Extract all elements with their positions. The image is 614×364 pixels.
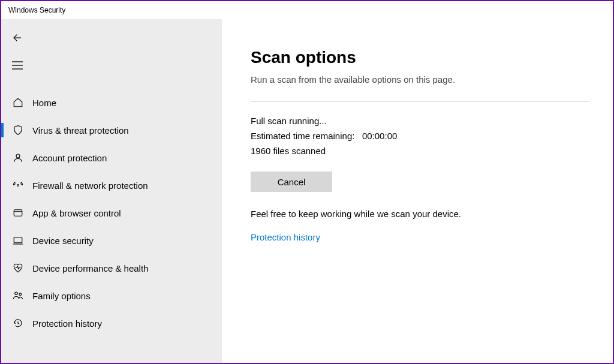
back-arrow-icon: [12, 32, 23, 43]
svg-rect-6: [14, 210, 22, 216]
sidebar: Home Virus & threat protection Account p…: [1, 19, 222, 363]
sidebar-item-label: Firewall & network protection: [32, 181, 148, 191]
sidebar-item-label: Device security: [32, 236, 94, 246]
sidebar-item-performance[interactable]: Device performance & health: [1, 254, 222, 282]
device-icon: [12, 234, 24, 246]
window-titlebar: Windows Security: [1, 1, 613, 19]
sidebar-item-label: Account protection: [32, 153, 107, 163]
sidebar-item-firewall[interactable]: Firewall & network protection: [1, 172, 222, 199]
sidebar-item-home[interactable]: Home: [1, 89, 222, 116]
eta-label: Estimated time remaining:: [251, 131, 354, 141]
page-description: Run a scan from the available options on…: [251, 74, 589, 85]
scan-status-eta: Estimated time remaining: 00:00:00: [251, 129, 589, 144]
scan-status-running: Full scan running...: [251, 114, 589, 129]
sidebar-item-family[interactable]: Family options: [1, 282, 222, 309]
main-content: Scan options Run a scan from the availab…: [222, 19, 613, 363]
back-button[interactable]: [5, 25, 30, 50]
divider: [251, 101, 589, 102]
keep-working-text: Feel free to keep working while we scan …: [251, 209, 589, 219]
family-icon: [12, 290, 24, 302]
window-title: Windows Security: [8, 6, 65, 14]
hamburger-button[interactable]: [5, 53, 30, 78]
svg-point-11: [19, 293, 22, 296]
health-icon: [12, 262, 24, 274]
cancel-button[interactable]: Cancel: [251, 172, 332, 192]
sidebar-item-device-security[interactable]: Device security: [1, 227, 222, 254]
sidebar-item-label: Virus & threat protection: [32, 125, 129, 136]
sidebar-item-account[interactable]: Account protection: [1, 144, 222, 172]
sidebar-item-label: Family options: [32, 291, 91, 301]
home-icon: [12, 97, 24, 109]
svg-point-4: [16, 154, 20, 158]
protection-history-link[interactable]: Protection history: [251, 232, 320, 242]
sidebar-item-label: Device performance & health: [32, 263, 148, 273]
sidebar-item-label: Protection history: [32, 318, 102, 329]
firewall-icon: [12, 179, 24, 191]
sidebar-item-app-browser[interactable]: App & browser control: [1, 199, 222, 227]
sidebar-item-virus-threat[interactable]: Virus & threat protection: [1, 116, 222, 144]
history-icon: [12, 317, 24, 329]
sidebar-item-label: Home: [32, 98, 56, 108]
page-title: Scan options: [251, 48, 589, 67]
scan-status-files: 1960 files scanned: [251, 144, 589, 159]
account-icon: [12, 152, 24, 164]
shield-icon: [12, 124, 24, 136]
browser-icon: [12, 207, 24, 219]
svg-point-5: [17, 185, 19, 186]
hamburger-icon: [12, 61, 23, 70]
sidebar-item-history[interactable]: Protection history: [1, 309, 222, 337]
svg-rect-8: [14, 237, 22, 243]
svg-point-10: [15, 292, 18, 295]
sidebar-item-label: App & browser control: [32, 208, 121, 218]
eta-value: 00:00:00: [362, 131, 397, 141]
